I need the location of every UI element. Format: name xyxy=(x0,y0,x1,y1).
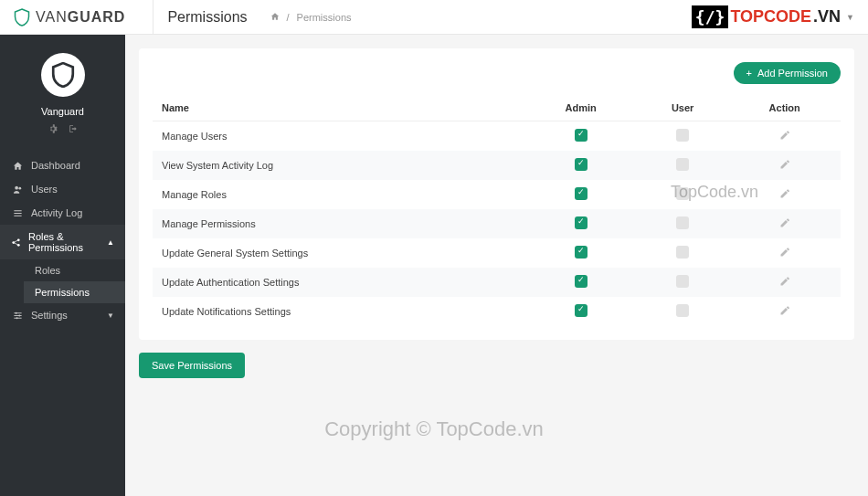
table-row: Update General System Settings xyxy=(153,238,841,268)
table-row: Manage Users xyxy=(153,121,841,152)
sidebar: Vanguard Dashboard Users Activity Log xyxy=(0,35,125,496)
checkbox-admin[interactable] xyxy=(575,187,587,200)
checkbox-admin[interactable] xyxy=(575,246,587,259)
nav-sub-roles: Roles Permissions xyxy=(0,259,125,303)
svg-point-0 xyxy=(15,185,18,189)
watermark-logo-top: {/} TOPCODE.VN xyxy=(692,5,841,28)
checkbox-user[interactable] xyxy=(676,275,689,288)
add-permission-button[interactable]: + Add Permission xyxy=(734,62,841,84)
checkbox-user[interactable] xyxy=(676,158,689,171)
nav: Dashboard Users Activity Log Roles & Per… xyxy=(0,153,125,327)
checkbox-user[interactable] xyxy=(676,246,689,259)
share-icon xyxy=(11,237,21,248)
checkbox-user[interactable] xyxy=(676,187,689,200)
sidebar-item-label: Roles & Permissions xyxy=(28,231,100,253)
home-icon[interactable] xyxy=(270,12,280,23)
permissions-table: Name Admin User Action Manage UsersView … xyxy=(153,95,841,326)
perm-name: Update General System Settings xyxy=(153,238,524,268)
svg-point-5 xyxy=(15,311,16,313)
edit-icon[interactable] xyxy=(779,278,790,289)
svg-point-4 xyxy=(17,243,20,246)
shield-icon xyxy=(51,62,75,88)
perm-name: Update Authentication Settings xyxy=(153,268,524,297)
svg-point-2 xyxy=(12,241,15,244)
sidebar-item-roles-permissions[interactable]: Roles & Permissions ▲ xyxy=(0,225,125,259)
table-row: View System Activity Log xyxy=(153,151,841,180)
avatar[interactable] xyxy=(41,53,85,97)
svg-point-6 xyxy=(18,314,20,316)
sidebar-item-dashboard[interactable]: Dashboard xyxy=(0,153,125,177)
edit-icon[interactable] xyxy=(779,248,790,259)
checkbox-admin[interactable] xyxy=(575,216,587,229)
top-right: {/} TOPCODE.VN ▼ xyxy=(692,5,854,28)
list-icon xyxy=(11,208,24,218)
button-label: Save Permissions xyxy=(152,360,232,371)
sidebar-item-label: Activity Log xyxy=(31,207,82,218)
sidebar-item-users[interactable]: Users xyxy=(0,177,125,201)
perm-name: Manage Roles xyxy=(153,180,524,209)
sidebar-item-label: Roles xyxy=(35,265,60,276)
checkbox-user[interactable] xyxy=(676,304,689,317)
sidebar-item-label: Users xyxy=(31,184,58,195)
edit-icon[interactable] xyxy=(779,161,790,172)
profile-name: Vanguard xyxy=(41,106,84,117)
th-name: Name xyxy=(153,95,524,121)
perm-name: View System Activity Log xyxy=(153,151,524,180)
button-label: Add Permission xyxy=(757,68,828,79)
brand-text-light: VAN xyxy=(36,9,68,25)
save-permissions-button[interactable]: Save Permissions xyxy=(139,353,245,378)
chevron-down-icon: ▼ xyxy=(107,311,114,320)
perm-name: Manage Permissions xyxy=(153,209,524,238)
permissions-card: + Add Permission Name Admin User Action … xyxy=(139,48,854,340)
edit-icon[interactable] xyxy=(779,190,790,201)
brand-text-bold: GUARD xyxy=(68,9,126,25)
svg-point-3 xyxy=(17,238,20,241)
perm-name: Update Notifications Settings xyxy=(153,297,524,326)
page-title: Permissions xyxy=(153,0,260,35)
shield-icon xyxy=(14,8,30,26)
sidebar-item-label: Settings xyxy=(31,310,68,321)
svg-point-7 xyxy=(16,317,17,319)
main: + Add Permission Name Admin User Action … xyxy=(125,35,868,496)
gear-icon[interactable] xyxy=(48,124,58,135)
logout-icon[interactable] xyxy=(69,124,78,135)
sidebar-item-label: Permissions xyxy=(35,287,90,298)
sliders-icon xyxy=(11,311,24,321)
sidebar-item-roles[interactable]: Roles xyxy=(24,259,125,281)
perm-name: Manage Users xyxy=(153,121,524,152)
sidebar-item-permissions[interactable]: Permissions xyxy=(24,281,125,303)
home-icon xyxy=(11,161,24,171)
users-icon xyxy=(11,185,24,195)
checkbox-user[interactable] xyxy=(676,129,689,142)
table-row: Update Authentication Settings xyxy=(153,268,841,297)
table-row: Manage Permissions xyxy=(153,209,841,238)
edit-icon[interactable] xyxy=(779,132,790,142)
th-admin: Admin xyxy=(524,95,637,121)
topbar: VANGUARD Permissions / Permissions {/} T… xyxy=(0,0,868,35)
checkbox-admin[interactable] xyxy=(575,158,587,171)
chevron-down-icon[interactable]: ▼ xyxy=(846,13,854,22)
checkbox-admin[interactable] xyxy=(575,304,587,317)
checkbox-user[interactable] xyxy=(676,216,689,229)
th-action: Action xyxy=(728,95,841,121)
sidebar-item-settings[interactable]: Settings ▼ xyxy=(0,303,125,327)
checkbox-admin[interactable] xyxy=(575,129,587,142)
breadcrumb-current: Permissions xyxy=(297,12,352,23)
sidebar-item-activity[interactable]: Activity Log xyxy=(0,201,125,225)
table-row: Manage Roles xyxy=(153,180,841,209)
chevron-up-icon: ▲ xyxy=(107,238,114,247)
brand[interactable]: VANGUARD xyxy=(14,8,125,26)
edit-icon[interactable] xyxy=(779,219,790,230)
checkbox-admin[interactable] xyxy=(575,275,587,288)
sidebar-item-label: Dashboard xyxy=(31,160,80,171)
table-row: Update Notifications Settings xyxy=(153,297,841,326)
breadcrumb: / Permissions xyxy=(270,12,352,23)
edit-icon[interactable] xyxy=(779,307,790,318)
svg-point-1 xyxy=(18,186,21,189)
th-user: User xyxy=(637,95,729,121)
plus-icon: + xyxy=(746,68,752,79)
